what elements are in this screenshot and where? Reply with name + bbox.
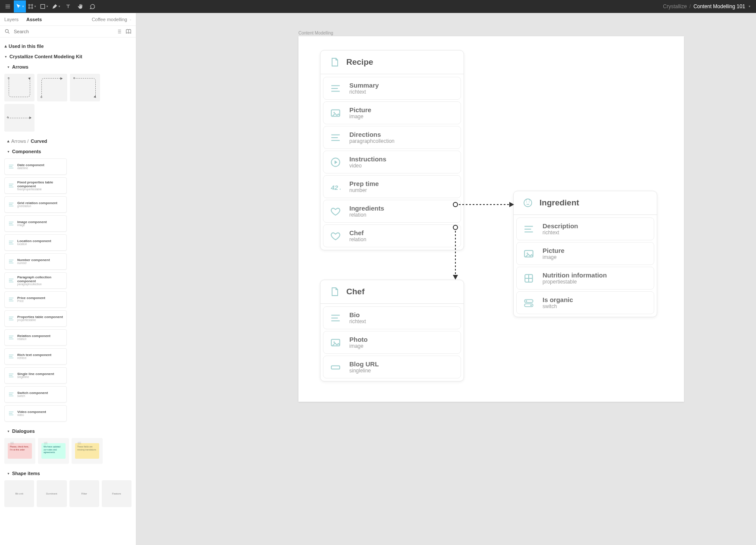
chevron-down-icon[interactable]: ▼ (748, 5, 751, 8)
dialogue-asset[interactable]: These fields are missing translations (72, 438, 103, 464)
component-asset[interactable]: Fixed properties table component fixedpr… (4, 177, 67, 194)
component-field[interactable]: Prep time number (323, 175, 461, 198)
arrow-asset[interactable] (4, 74, 35, 101)
chevron-down-icon: ⌄ (129, 18, 132, 21)
component-asset[interactable]: Grid relation component gridrelation (4, 196, 67, 213)
component-asset[interactable]: Image component image (4, 215, 67, 232)
field-name: Directions (349, 131, 395, 138)
asset-search-input[interactable] (14, 29, 113, 34)
component-field[interactable]: Description richtext (516, 217, 654, 240)
component-icon (8, 353, 14, 359)
breadcrumb-org[interactable]: Crystallize (663, 3, 687, 9)
component-asset[interactable]: Properties table component propertiestab… (4, 310, 67, 327)
shape-asset[interactable]: Filter (69, 480, 99, 507)
text-tool[interactable] (62, 0, 74, 13)
field-type: singleline (349, 368, 379, 374)
field-name: Description (543, 222, 578, 230)
document-icon (329, 286, 340, 297)
relation-icon (329, 205, 342, 217)
chevron-down-icon: ▼ (7, 430, 10, 433)
component-asset[interactable]: Relation component relation (4, 329, 67, 346)
frame-content-modelling[interactable]: Recipe Summary richtext Picture image Di… (298, 36, 684, 402)
component-asset[interactable]: Paragraph collection component paragraph… (4, 272, 67, 289)
move-tool[interactable]: ▼ (14, 0, 26, 13)
component-asset[interactable]: Rich text component richtext (4, 348, 67, 365)
section-arrows-curved[interactable]: ▶ Arrows / Curved (4, 136, 132, 146)
component-subtitle: Price (17, 300, 45, 303)
field-type: propertiestable (543, 279, 607, 285)
frame-tool[interactable]: ▼ (26, 0, 38, 13)
hand-tool[interactable] (74, 0, 86, 13)
component-field[interactable]: Picture image (516, 242, 654, 265)
section-kit[interactable]: ▼ Crystallize Content Modeling Kit (4, 51, 132, 62)
component-field[interactable]: Bio richtext (323, 306, 461, 329)
tab-assets[interactable]: Assets (26, 17, 42, 22)
arrow-asset[interactable] (70, 74, 100, 101)
tab-layers[interactable]: Layers (4, 17, 19, 22)
section-used-in-file[interactable]: ▶ Used in this file (4, 41, 132, 51)
breadcrumb-file[interactable]: Content Modelling 101 (693, 3, 745, 9)
shape-tool[interactable]: ▼ (38, 0, 50, 13)
component-subtitle: gridrelation (17, 205, 57, 208)
field-name: Ingredients (349, 205, 384, 212)
component-subtitle: relation (17, 338, 50, 341)
component-field[interactable]: Is organic switch (516, 291, 654, 314)
shape-asset[interactable]: Bit unit (4, 480, 34, 507)
image-icon (329, 337, 342, 349)
main-menu-button[interactable] (2, 0, 14, 13)
shape-chef[interactable]: Chef Bio richtext Photo image Blog URL s… (320, 280, 464, 381)
sticky-note: These fields are missing translations (75, 443, 99, 459)
dialogue-asset[interactable]: Please, check here, I'm at this order (4, 438, 35, 464)
cookie-icon (522, 197, 533, 208)
canvas[interactable]: Content Modelling Recipe Summary richtex… (136, 13, 756, 545)
component-asset[interactable]: Date component datetime (4, 158, 67, 175)
sticky-note: Please, check here, I'm at this order (8, 443, 32, 459)
section-dialogues[interactable]: ▼ Dialogues (4, 426, 132, 436)
pen-tool[interactable]: ▼ (50, 0, 62, 13)
list-view-toggle[interactable] (116, 28, 122, 35)
component-icon (8, 391, 14, 397)
arrow-thumbnails (4, 72, 132, 136)
component-subtitle: fixedpropertiestable (17, 188, 63, 191)
library-button[interactable] (125, 28, 132, 35)
component-asset[interactable]: Switch component switch (4, 386, 67, 403)
shape-recipe[interactable]: Recipe Summary richtext Picture image Di… (320, 50, 464, 250)
relation-icon (329, 230, 342, 242)
comment-tool[interactable] (86, 0, 98, 13)
richtext-icon (329, 312, 342, 324)
component-field[interactable]: Instructions video (323, 151, 461, 173)
component-field[interactable]: Blog URL singleline (323, 356, 461, 378)
section-components[interactable]: ▼ Components (4, 146, 132, 157)
component-field[interactable]: Summary richtext (323, 77, 461, 100)
component-field[interactable]: Directions paragraphcollection (323, 126, 461, 149)
card-title: Recipe (346, 57, 373, 67)
component-subtitle: singleline (17, 376, 54, 379)
search-icon (4, 28, 10, 35)
arrow-asset[interactable] (37, 74, 67, 101)
shape-asset[interactable]: Dominant (37, 480, 66, 507)
component-field[interactable]: Ingredients relation (323, 200, 461, 223)
arrow-asset[interactable] (4, 104, 35, 132)
component-field[interactable]: Chef relation (323, 224, 461, 247)
properties-icon (523, 272, 535, 284)
component-asset[interactable]: Single line component singleline (4, 367, 67, 384)
component-field[interactable]: Picture image (323, 101, 461, 124)
component-field[interactable]: Photo image (323, 331, 461, 354)
field-name: Nutrition information (543, 271, 607, 279)
shape-ingredient[interactable]: Ingredient Description richtext Picture … (513, 191, 657, 317)
dialogue-asset[interactable]: We have updated our notes and agreements (38, 438, 69, 464)
page-selector[interactable]: Coffee modelling ⌄ (92, 17, 132, 22)
component-asset[interactable]: Video component video (4, 405, 67, 422)
component-field[interactable]: Nutrition information propertiestable (516, 267, 654, 290)
section-shapes[interactable]: ▼ Shape items (4, 468, 132, 479)
component-asset[interactable]: Price component Price (4, 291, 67, 308)
component-icon (8, 239, 14, 246)
component-asset[interactable]: Number component number (4, 253, 67, 270)
section-arrows[interactable]: ▼ Arrows (4, 62, 132, 72)
dialogue-thumbnails: Please, check here, I'm at this orderWe … (4, 436, 132, 468)
frame-label[interactable]: Content Modelling (298, 31, 333, 35)
shape-asset[interactable]: Feature (102, 480, 132, 507)
component-asset[interactable]: Location component location (4, 234, 67, 251)
component-title: Fixed properties table component (17, 180, 63, 188)
file-breadcrumbs[interactable]: Crystallize / Content Modelling 101 ▼ (663, 3, 754, 9)
